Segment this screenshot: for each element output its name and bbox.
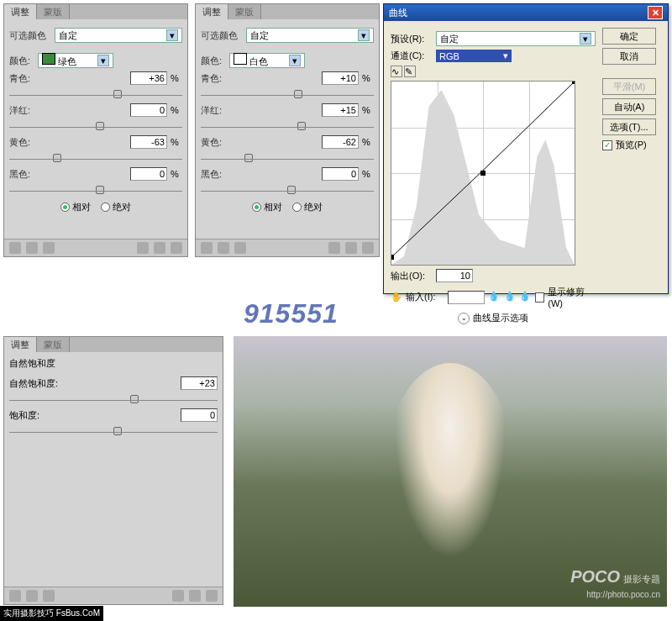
slider-value-input[interactable] bbox=[322, 103, 359, 117]
footer-icon[interactable] bbox=[43, 242, 55, 254]
preset-value: 自定 bbox=[59, 29, 77, 42]
slider-track[interactable] bbox=[9, 425, 218, 437]
radio-relative[interactable]: 相对 bbox=[60, 201, 91, 213]
output-label: 输出(O): bbox=[391, 270, 433, 282]
slider-thumb[interactable] bbox=[96, 122, 104, 130]
channel-label: 通道(C): bbox=[391, 50, 433, 62]
slider-track[interactable] bbox=[9, 120, 182, 132]
slider-track[interactable] bbox=[9, 393, 218, 405]
footer-icon[interactable] bbox=[172, 590, 184, 602]
preset-value: 自定 bbox=[250, 29, 269, 42]
slider-label: 黄色: bbox=[9, 136, 34, 149]
tab-mask[interactable]: 蒙版 bbox=[228, 4, 261, 19]
preset-select[interactable]: 自定 ▾ bbox=[436, 31, 596, 46]
slider-thumb[interactable] bbox=[53, 154, 61, 162]
footer-icon[interactable] bbox=[345, 242, 357, 254]
preset-select[interactable]: 自定 ▾ bbox=[246, 28, 374, 43]
close-button[interactable]: ✕ bbox=[648, 6, 663, 19]
footer-icon[interactable] bbox=[26, 242, 38, 254]
preview-checkbox[interactable] bbox=[602, 140, 612, 150]
auto-button[interactable]: 自动(A) bbox=[602, 98, 656, 115]
eyedropper-black-icon[interactable]: 💧 bbox=[488, 291, 501, 304]
radio-absolute[interactable]: 绝对 bbox=[101, 201, 131, 213]
footer-icon[interactable] bbox=[154, 242, 165, 254]
show-clip-checkbox[interactable] bbox=[535, 292, 544, 303]
slider-value-input[interactable] bbox=[130, 135, 167, 149]
dropdown-icon: ▾ bbox=[358, 29, 370, 41]
slider-track[interactable] bbox=[9, 184, 182, 196]
color-select[interactable]: 绿色 ▾ bbox=[38, 53, 113, 68]
footer-icon[interactable] bbox=[26, 590, 38, 602]
footer-icon[interactable] bbox=[43, 590, 55, 602]
svg-rect-2 bbox=[572, 82, 575, 84]
slider-thumb[interactable] bbox=[287, 186, 296, 194]
slider-value-input[interactable] bbox=[130, 167, 167, 181]
curve-graph[interactable] bbox=[391, 81, 575, 266]
eyedropper-white-icon[interactable]: 💧 bbox=[519, 291, 532, 304]
input-input[interactable] bbox=[448, 291, 485, 304]
slider-label: 黑色: bbox=[201, 168, 226, 181]
slider-value-input[interactable] bbox=[130, 71, 167, 85]
slider-thumb[interactable] bbox=[113, 427, 122, 435]
footer-icon[interactable] bbox=[234, 242, 246, 254]
slider-value-input[interactable] bbox=[322, 135, 359, 149]
preset-select[interactable]: 自定 ▾ bbox=[55, 28, 182, 43]
preview-label: 预览(P) bbox=[616, 139, 647, 151]
slider-label: 饱和度: bbox=[9, 409, 70, 422]
preset-label: 可选颜色 bbox=[9, 29, 51, 42]
channel-select[interactable]: RGB ▾ bbox=[436, 50, 512, 62]
slider-track[interactable] bbox=[201, 152, 374, 164]
radio-icon bbox=[252, 203, 261, 212]
slider-thumb[interactable] bbox=[297, 122, 306, 130]
slider-track[interactable] bbox=[9, 88, 182, 100]
slider-value-input[interactable] bbox=[181, 408, 218, 422]
slider-track[interactable] bbox=[9, 152, 182, 164]
radio-icon bbox=[60, 203, 70, 212]
slider-thumb[interactable] bbox=[130, 395, 139, 403]
tab-mask[interactable]: 蒙版 bbox=[37, 4, 70, 19]
footer-icon[interactable] bbox=[218, 242, 229, 254]
footer-icon[interactable] bbox=[171, 242, 182, 254]
footer-icon[interactable] bbox=[9, 590, 21, 602]
slider-thumb[interactable] bbox=[113, 90, 122, 98]
dropdown-icon: ▾ bbox=[503, 50, 508, 61]
slider-thumb[interactable] bbox=[294, 90, 302, 98]
footer-icon[interactable] bbox=[137, 242, 149, 254]
slider-value-input[interactable] bbox=[322, 167, 359, 181]
radio-absolute[interactable]: 绝对 bbox=[292, 201, 323, 213]
hand-tool-icon[interactable]: ✋ bbox=[391, 292, 402, 303]
tab-adjust[interactable]: 调整 bbox=[4, 337, 37, 352]
footer-icon[interactable] bbox=[201, 242, 213, 254]
color-label: 颜色: bbox=[9, 55, 34, 67]
radio-relative[interactable]: 相对 bbox=[252, 201, 282, 213]
ok-button[interactable]: 确定 bbox=[602, 28, 656, 45]
output-input[interactable] bbox=[436, 269, 473, 282]
eyedropper-gray-icon[interactable]: 💧 bbox=[504, 291, 517, 304]
footer-icon[interactable] bbox=[9, 242, 21, 254]
slider-thumb[interactable] bbox=[244, 154, 253, 162]
pencil-tool-icon[interactable]: ✎ bbox=[404, 66, 416, 77]
dropdown-icon: ▾ bbox=[166, 29, 178, 41]
options-button[interactable]: 选项(T)... bbox=[602, 118, 656, 135]
slider-value-input[interactable] bbox=[181, 376, 218, 390]
tab-adjust[interactable]: 调整 bbox=[4, 4, 37, 19]
footer-icon[interactable] bbox=[362, 242, 374, 254]
curves-dialog: 曲线 ✕ 预设(R): 自定 ▾ 通道(C): RGB ▾ ∿ ✎ bbox=[383, 3, 669, 294]
footer-icon[interactable] bbox=[189, 590, 201, 602]
panel-tabs: 调整 蒙版 bbox=[4, 337, 223, 352]
slider-track[interactable] bbox=[201, 88, 374, 100]
color-label: 颜色: bbox=[201, 55, 226, 67]
slider-track[interactable] bbox=[201, 184, 374, 196]
footer-icon[interactable] bbox=[206, 590, 218, 602]
slider-thumb[interactable] bbox=[96, 186, 104, 194]
curve-tool-icon[interactable]: ∿ bbox=[391, 66, 402, 77]
footer-icon[interactable] bbox=[328, 242, 340, 254]
tab-adjust[interactable]: 调整 bbox=[196, 4, 228, 19]
slider-value-input[interactable] bbox=[130, 103, 167, 117]
cancel-button[interactable]: 取消 bbox=[602, 48, 656, 65]
slider-value-input[interactable] bbox=[322, 71, 359, 85]
color-select[interactable]: 白色 ▾ bbox=[229, 53, 305, 68]
expand-icon[interactable]: ⌄ bbox=[458, 313, 470, 324]
slider-track[interactable] bbox=[201, 120, 374, 132]
tab-mask[interactable]: 蒙版 bbox=[37, 337, 70, 352]
